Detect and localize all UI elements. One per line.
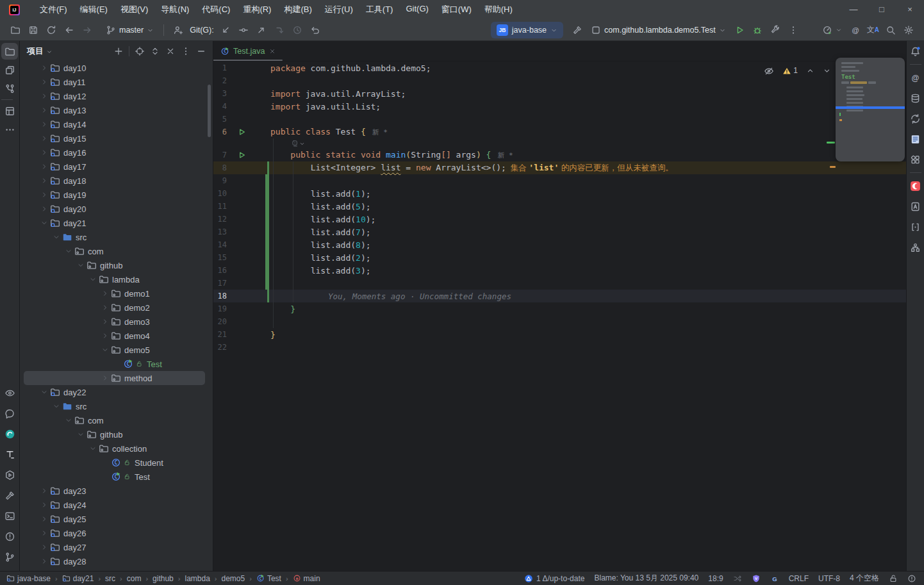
- code-line-22[interactable]: 22: [213, 341, 907, 354]
- chevron-right-icon[interactable]: [39, 105, 49, 115]
- menu-build[interactable]: 构建(B): [278, 2, 317, 17]
- notifications-status-icon[interactable]: [907, 574, 916, 583]
- line-number[interactable]: 9: [213, 176, 227, 185]
- breadcrumb-test[interactable]: CTest: [255, 574, 283, 583]
- chevron-right-icon[interactable]: [39, 161, 49, 172]
- chevron-right-icon[interactable]: [39, 133, 49, 144]
- chevron-right-icon[interactable]: [39, 63, 49, 73]
- breadcrumb-src[interactable]: src: [104, 574, 117, 583]
- menu-file[interactable]: 文件(F): [34, 2, 73, 17]
- menu-window[interactable]: 窗口(W): [436, 2, 477, 17]
- chevron-right-icon[interactable]: [39, 91, 49, 101]
- line-number[interactable]: 18: [213, 292, 227, 301]
- chevron-right-icon[interactable]: [39, 542, 49, 552]
- tool-window-leetcode[interactable]: [907, 177, 924, 194]
- tool-window-hierarchy[interactable]: [907, 239, 924, 256]
- tree-item-day15[interactable]: day15: [19, 131, 213, 145]
- tool-window-database[interactable]: [907, 90, 924, 106]
- menu-view[interactable]: 视图(V): [115, 2, 154, 17]
- tool-window-plugin[interactable]: [907, 151, 924, 168]
- tool-window-git-branch[interactable]: [1, 548, 18, 565]
- tool-window-teal-plugin[interactable]: [1, 425, 18, 442]
- tool-window-build-hammer[interactable]: [1, 487, 18, 504]
- tool-window-eye[interactable]: [1, 384, 18, 401]
- tree-item-demo2[interactable]: demo2: [19, 301, 213, 315]
- chevron-down-icon[interactable]: [51, 401, 62, 411]
- line-number[interactable]: 6: [213, 128, 227, 136]
- close-icon[interactable]: [268, 45, 276, 57]
- project-selector[interactable]: JB java-base: [491, 22, 563, 38]
- menu-git[interactable]: Git(G): [400, 2, 434, 17]
- chevron-down-icon[interactable]: [88, 274, 98, 284]
- chevron-right-icon[interactable]: [39, 77, 49, 87]
- shuffle-icon[interactable]: [733, 574, 742, 583]
- chevron-down-icon[interactable]: [51, 232, 62, 242]
- locate-file-icon[interactable]: [132, 44, 147, 59]
- git-commit-icon[interactable]: [235, 22, 252, 38]
- chevron-down-icon[interactable]: [39, 387, 49, 397]
- breadcrumb-github[interactable]: github: [151, 574, 175, 583]
- branch-widget[interactable]: master: [101, 22, 158, 38]
- scrollbar-thumb[interactable]: [208, 85, 211, 137]
- chevron-down-icon[interactable]: [63, 415, 74, 425]
- prev-problem-icon[interactable]: [806, 65, 814, 76]
- code-line-5[interactable]: 5: [213, 113, 907, 126]
- minimap[interactable]: Test: [836, 58, 905, 161]
- line-number[interactable]: 2: [213, 76, 227, 85]
- code-line-18[interactable]: 18You, Moments ago · Uncommitted changes: [213, 290, 907, 302]
- code-line-3[interactable]: 3import java.util.ArrayList;: [213, 87, 907, 100]
- encoding[interactable]: UTF-8: [818, 574, 840, 583]
- line-number[interactable]: 8: [213, 163, 227, 172]
- menu-run[interactable]: 运行(U): [319, 2, 359, 17]
- chevron-down-icon[interactable]: [39, 218, 49, 228]
- git-push-icon[interactable]: [252, 22, 270, 38]
- tree-item-demo1[interactable]: demo1: [19, 286, 213, 301]
- plugin-shield-icon[interactable]: V: [752, 574, 761, 583]
- project-panel-title[interactable]: 项目: [27, 45, 53, 57]
- code-line-7[interactable]: 7public static void main(String[] args) …: [213, 149, 907, 161]
- menu-code[interactable]: 代码(C): [196, 2, 236, 17]
- tool-window-structure[interactable]: [1, 103, 18, 119]
- debug-button[interactable]: [748, 22, 766, 38]
- tool-window-windows[interactable]: [1, 62, 18, 78]
- tree-item-demo5[interactable]: demo5: [19, 343, 213, 357]
- tool-window-services[interactable]: [1, 466, 18, 483]
- tool-window-ai-assistant[interactable]: @: [907, 69, 924, 86]
- code-line-14[interactable]: 14list.add(8);: [213, 238, 907, 251]
- line-number[interactable]: 16: [213, 266, 227, 275]
- line-number[interactable]: 12: [213, 215, 227, 224]
- line-number[interactable]: 19: [213, 304, 227, 313]
- code-line-11[interactable]: 11list.add(5);: [213, 200, 907, 213]
- translate-icon[interactable]: 文A: [864, 22, 882, 38]
- chevron-right-icon[interactable]: [39, 119, 49, 129]
- profiler-widget[interactable]: [818, 22, 846, 38]
- line-number[interactable]: 3: [213, 89, 227, 98]
- menu-refactor[interactable]: 重构(R): [237, 2, 277, 17]
- line-number[interactable]: 11: [213, 202, 227, 211]
- blame-status[interactable]: Blame: You 13 5月 2025 09:40: [594, 573, 698, 584]
- minimap-viewport[interactable]: [836, 106, 905, 109]
- chevron-down-icon[interactable]: [100, 345, 110, 355]
- run-button[interactable]: [730, 22, 748, 38]
- chevron-right-icon[interactable]: [39, 528, 49, 538]
- readonly-toggle-icon[interactable]: [889, 574, 898, 583]
- run-gutter-icon[interactable]: [237, 128, 246, 136]
- chevron-down-icon[interactable]: [76, 429, 86, 440]
- inlay-hint-icon[interactable]: [292, 140, 299, 147]
- reload-icon[interactable]: [42, 22, 60, 38]
- back-icon[interactable]: [60, 22, 78, 38]
- line-number[interactable]: 17: [213, 279, 227, 288]
- menu-navigate[interactable]: 导航(N): [155, 2, 195, 17]
- tree-item-day27[interactable]: day27: [19, 540, 213, 554]
- code-line-12[interactable]: 12list.add(10);: [213, 213, 907, 226]
- breadcrumb-lambda[interactable]: lambda: [183, 574, 211, 583]
- caret-position[interactable]: 18:9: [708, 574, 723, 583]
- tool-window-project[interactable]: [1, 43, 18, 60]
- add-button[interactable]: [111, 44, 126, 59]
- search-everywhere-icon[interactable]: [882, 22, 900, 38]
- tree-item-day22[interactable]: day22: [19, 385, 213, 399]
- tree-item-day26[interactable]: day26: [19, 526, 213, 540]
- profile-button[interactable]: [766, 22, 784, 38]
- run-config-selector[interactable]: com.github.lambda.demo5.Test: [586, 22, 730, 38]
- code-line-19[interactable]: 19}: [213, 302, 907, 315]
